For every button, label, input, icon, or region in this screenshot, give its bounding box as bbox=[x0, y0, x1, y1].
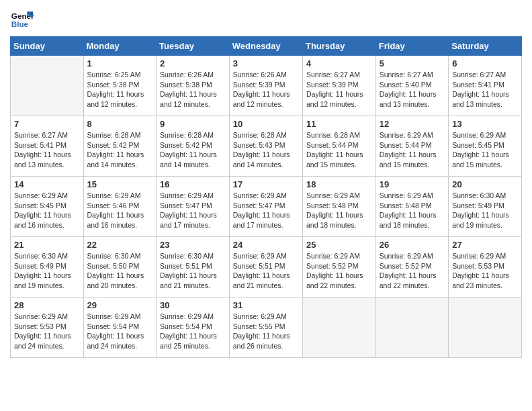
calendar-cell: 20Sunrise: 6:30 AM Sunset: 5:49 PM Dayli… bbox=[449, 177, 522, 237]
day-info: Sunrise: 6:29 AM Sunset: 5:54 PM Dayligh… bbox=[87, 312, 153, 351]
day-info: Sunrise: 6:29 AM Sunset: 5:51 PM Dayligh… bbox=[233, 251, 299, 291]
day-number: 7 bbox=[14, 119, 80, 129]
calendar-cell: 23Sunrise: 6:30 AM Sunset: 5:51 PM Dayli… bbox=[157, 237, 230, 298]
day-info: Sunrise: 6:27 AM Sunset: 5:41 PM Dayligh… bbox=[14, 130, 80, 170]
calendar-cell: 1Sunrise: 6:25 AM Sunset: 5:38 PM Daylig… bbox=[83, 56, 157, 116]
day-number: 24 bbox=[233, 240, 299, 250]
calendar-cell: 8Sunrise: 6:28 AM Sunset: 5:42 PM Daylig… bbox=[83, 116, 157, 177]
day-header-wednesday: Wednesday bbox=[229, 37, 302, 56]
day-number: 12 bbox=[380, 119, 445, 129]
day-info: Sunrise: 6:26 AM Sunset: 5:39 PM Dayligh… bbox=[233, 70, 299, 109]
day-number: 9 bbox=[160, 119, 226, 129]
day-info: Sunrise: 6:29 AM Sunset: 5:48 PM Dayligh… bbox=[380, 191, 445, 230]
calendar-cell: 4Sunrise: 6:27 AM Sunset: 5:39 PM Daylig… bbox=[302, 56, 375, 116]
day-number: 20 bbox=[452, 179, 518, 189]
day-number: 2 bbox=[160, 58, 226, 68]
day-number: 22 bbox=[87, 240, 153, 250]
day-info: Sunrise: 6:28 AM Sunset: 5:43 PM Dayligh… bbox=[233, 130, 299, 170]
day-number: 28 bbox=[14, 300, 80, 310]
day-number: 3 bbox=[233, 58, 299, 68]
calendar-cell: 6Sunrise: 6:27 AM Sunset: 5:41 PM Daylig… bbox=[449, 56, 522, 116]
day-number: 23 bbox=[160, 240, 226, 250]
logo-icon: General Blue bbox=[10, 7, 34, 31]
day-number: 30 bbox=[160, 300, 226, 310]
calendar-cell: 5Sunrise: 6:27 AM Sunset: 5:40 PM Daylig… bbox=[375, 56, 448, 116]
day-info: Sunrise: 6:27 AM Sunset: 5:41 PM Dayligh… bbox=[452, 70, 518, 109]
calendar-cell: 13Sunrise: 6:29 AM Sunset: 5:45 PM Dayli… bbox=[449, 116, 522, 177]
day-number: 4 bbox=[306, 58, 372, 68]
page-header: General Blue bbox=[10, 7, 522, 31]
day-info: Sunrise: 6:28 AM Sunset: 5:44 PM Dayligh… bbox=[306, 130, 372, 170]
calendar-cell: 7Sunrise: 6:27 AM Sunset: 5:41 PM Daylig… bbox=[11, 116, 84, 177]
calendar-cell: 24Sunrise: 6:29 AM Sunset: 5:51 PM Dayli… bbox=[229, 237, 302, 298]
day-info: Sunrise: 6:29 AM Sunset: 5:47 PM Dayligh… bbox=[160, 191, 226, 230]
calendar-cell: 12Sunrise: 6:29 AM Sunset: 5:44 PM Dayli… bbox=[375, 116, 448, 177]
day-info: Sunrise: 6:29 AM Sunset: 5:52 PM Dayligh… bbox=[380, 251, 445, 291]
calendar-cell: 3Sunrise: 6:26 AM Sunset: 5:39 PM Daylig… bbox=[229, 56, 302, 116]
day-info: Sunrise: 6:29 AM Sunset: 5:46 PM Dayligh… bbox=[87, 191, 153, 230]
calendar: SundayMondayTuesdayWednesdayThursdayFrid… bbox=[10, 36, 522, 358]
calendar-cell: 25Sunrise: 6:29 AM Sunset: 5:52 PM Dayli… bbox=[302, 237, 375, 298]
calendar-cell bbox=[302, 298, 375, 358]
day-number: 8 bbox=[87, 119, 153, 129]
day-number: 31 bbox=[233, 300, 299, 310]
week-row-1: 1Sunrise: 6:25 AM Sunset: 5:38 PM Daylig… bbox=[11, 56, 522, 116]
calendar-cell bbox=[375, 298, 448, 358]
calendar-cell: 10Sunrise: 6:28 AM Sunset: 5:43 PM Dayli… bbox=[229, 116, 302, 177]
week-row-4: 21Sunrise: 6:30 AM Sunset: 5:49 PM Dayli… bbox=[11, 237, 522, 298]
calendar-cell: 19Sunrise: 6:29 AM Sunset: 5:48 PM Dayli… bbox=[375, 177, 448, 237]
logo: General Blue bbox=[10, 7, 34, 31]
day-info: Sunrise: 6:29 AM Sunset: 5:54 PM Dayligh… bbox=[160, 312, 226, 351]
day-number: 17 bbox=[233, 179, 299, 189]
calendar-cell: 22Sunrise: 6:30 AM Sunset: 5:50 PM Dayli… bbox=[83, 237, 157, 298]
day-number: 15 bbox=[87, 179, 153, 189]
day-number: 6 bbox=[452, 58, 518, 68]
calendar-cell: 21Sunrise: 6:30 AM Sunset: 5:49 PM Dayli… bbox=[11, 237, 84, 298]
day-info: Sunrise: 6:30 AM Sunset: 5:51 PM Dayligh… bbox=[160, 251, 226, 291]
day-number: 18 bbox=[306, 179, 372, 189]
day-number: 10 bbox=[233, 119, 299, 129]
day-number: 25 bbox=[306, 240, 372, 250]
day-header-saturday: Saturday bbox=[449, 37, 522, 56]
day-info: Sunrise: 6:30 AM Sunset: 5:49 PM Dayligh… bbox=[452, 191, 518, 230]
calendar-cell: 15Sunrise: 6:29 AM Sunset: 5:46 PM Dayli… bbox=[83, 177, 157, 237]
day-info: Sunrise: 6:28 AM Sunset: 5:42 PM Dayligh… bbox=[160, 130, 226, 170]
day-header-monday: Monday bbox=[83, 37, 157, 56]
day-info: Sunrise: 6:29 AM Sunset: 5:45 PM Dayligh… bbox=[452, 130, 518, 170]
day-info: Sunrise: 6:25 AM Sunset: 5:38 PM Dayligh… bbox=[87, 70, 153, 109]
day-number: 1 bbox=[87, 58, 153, 68]
calendar-cell: 14Sunrise: 6:29 AM Sunset: 5:45 PM Dayli… bbox=[11, 177, 84, 237]
day-number: 19 bbox=[380, 179, 445, 189]
calendar-cell: 29Sunrise: 6:29 AM Sunset: 5:54 PM Dayli… bbox=[83, 298, 157, 358]
day-number: 14 bbox=[14, 179, 80, 189]
calendar-cell: 9Sunrise: 6:28 AM Sunset: 5:42 PM Daylig… bbox=[157, 116, 230, 177]
day-info: Sunrise: 6:29 AM Sunset: 5:53 PM Dayligh… bbox=[452, 251, 518, 291]
day-number: 27 bbox=[452, 240, 518, 250]
day-info: Sunrise: 6:27 AM Sunset: 5:39 PM Dayligh… bbox=[306, 70, 372, 109]
day-info: Sunrise: 6:28 AM Sunset: 5:42 PM Dayligh… bbox=[87, 130, 153, 170]
calendar-header: SundayMondayTuesdayWednesdayThursdayFrid… bbox=[11, 37, 522, 56]
day-info: Sunrise: 6:29 AM Sunset: 5:55 PM Dayligh… bbox=[233, 312, 299, 351]
week-row-5: 28Sunrise: 6:29 AM Sunset: 5:53 PM Dayli… bbox=[11, 298, 522, 358]
day-number: 26 bbox=[380, 240, 445, 250]
day-header-tuesday: Tuesday bbox=[157, 37, 230, 56]
day-info: Sunrise: 6:29 AM Sunset: 5:44 PM Dayligh… bbox=[380, 130, 445, 170]
day-number: 29 bbox=[87, 300, 153, 310]
calendar-cell: 27Sunrise: 6:29 AM Sunset: 5:53 PM Dayli… bbox=[449, 237, 522, 298]
day-info: Sunrise: 6:30 AM Sunset: 5:49 PM Dayligh… bbox=[14, 251, 80, 291]
day-info: Sunrise: 6:27 AM Sunset: 5:40 PM Dayligh… bbox=[380, 70, 445, 109]
calendar-cell: 26Sunrise: 6:29 AM Sunset: 5:52 PM Dayli… bbox=[375, 237, 448, 298]
svg-text:Blue: Blue bbox=[11, 19, 29, 28]
week-row-3: 14Sunrise: 6:29 AM Sunset: 5:45 PM Dayli… bbox=[11, 177, 522, 237]
day-info: Sunrise: 6:29 AM Sunset: 5:45 PM Dayligh… bbox=[14, 191, 80, 230]
calendar-cell: 17Sunrise: 6:29 AM Sunset: 5:47 PM Dayli… bbox=[229, 177, 302, 237]
week-row-2: 7Sunrise: 6:27 AM Sunset: 5:41 PM Daylig… bbox=[11, 116, 522, 177]
day-info: Sunrise: 6:29 AM Sunset: 5:52 PM Dayligh… bbox=[306, 251, 372, 291]
calendar-cell bbox=[11, 56, 84, 116]
calendar-cell: 28Sunrise: 6:29 AM Sunset: 5:53 PM Dayli… bbox=[11, 298, 84, 358]
calendar-cell: 16Sunrise: 6:29 AM Sunset: 5:47 PM Dayli… bbox=[157, 177, 230, 237]
day-info: Sunrise: 6:30 AM Sunset: 5:50 PM Dayligh… bbox=[87, 251, 153, 291]
calendar-cell: 31Sunrise: 6:29 AM Sunset: 5:55 PM Dayli… bbox=[229, 298, 302, 358]
day-number: 21 bbox=[14, 240, 80, 250]
calendar-cell: 11Sunrise: 6:28 AM Sunset: 5:44 PM Dayli… bbox=[302, 116, 375, 177]
